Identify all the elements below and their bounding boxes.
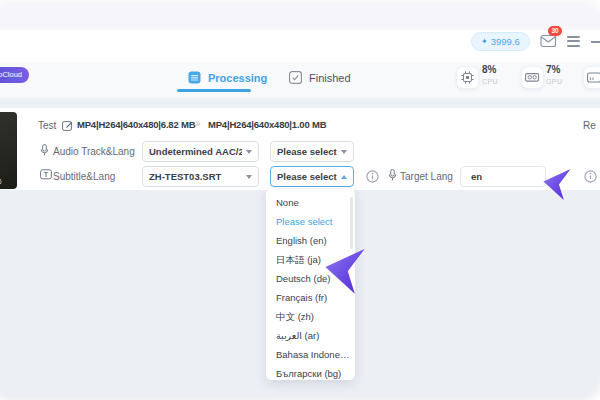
audio-track-value: Undetermined AAC/2 (defa: [149, 146, 242, 157]
memory-tile[interactable]: [583, 66, 600, 89]
target-info-button[interactable]: [584, 170, 597, 183]
tab-finished-label: Finished: [309, 72, 351, 84]
pointer-cursor-icon: [537, 168, 577, 202]
audio-track-label: Audio Track&Lang: [53, 146, 135, 157]
menu-icon: [567, 36, 580, 38]
credits-value: 3999.6: [491, 36, 520, 47]
subtitle-file-select[interactable]: ZH-TEST03.SRT: [142, 166, 259, 187]
sparkle-icon: ✦: [481, 37, 488, 46]
subtitle-lang-value: Please select: [277, 171, 337, 182]
main-card: ✦ 3999.6 30 oCloud Processing: [0, 3, 600, 395]
info-icon: [584, 170, 597, 183]
subtitle-label: Subtitle&Lang: [53, 171, 115, 182]
target-mic-icon: [388, 169, 397, 181]
dropdown-option[interactable]: Български (bg): [266, 364, 355, 383]
cpu-label: CPU: [482, 78, 498, 85]
tab-processing-label: Processing: [208, 72, 267, 84]
cpu-tile[interactable]: [456, 66, 479, 89]
mic-icon: [40, 144, 49, 156]
active-tab-underline: [177, 89, 251, 92]
source-file-info: MP4|H264|640x480|6.82 MB: [77, 119, 195, 130]
audio-track-select[interactable]: Undetermined AAC/2 (defa: [142, 141, 259, 162]
tab-finished[interactable]: Finished: [289, 71, 351, 84]
remove-link-partial[interactable]: Re: [583, 120, 596, 131]
pointer-cursor-icon: [324, 246, 366, 298]
caret-up-icon: [341, 175, 347, 179]
dropdown-option[interactable]: Bahasa Indone…: [266, 345, 355, 364]
app-window: ✦ 3999.6 30 oCloud Processing: [0, 0, 600, 400]
subtitle-info-button[interactable]: [366, 170, 379, 183]
dropdown-option[interactable]: Please select: [266, 212, 355, 231]
thumbnail-duration: 5: [0, 178, 2, 185]
subtitle-icon: T: [40, 169, 52, 180]
gpu-label: GPU: [546, 78, 562, 85]
dropdown-option[interactable]: 中文 (zh): [266, 307, 355, 326]
minimize-icon[interactable]: [591, 41, 600, 43]
cpu-chip-icon: [461, 71, 474, 84]
target-lang-label: Target Lang: [400, 171, 453, 182]
edit-icon: [62, 120, 73, 131]
memory-card-icon: [587, 72, 600, 83]
target-lang-input[interactable]: [460, 166, 546, 187]
cpu-stat: 8% CPU: [482, 65, 498, 85]
subtitle-file-value: ZH-TEST03.SRT: [149, 171, 242, 182]
caret-down-icon: [246, 150, 252, 154]
separator-band: [0, 98, 600, 108]
audio-lang-select[interactable]: Please select: [270, 141, 354, 162]
transfer-arrow: »: [195, 118, 201, 129]
credits-badge[interactable]: ✦ 3999.6: [471, 32, 530, 51]
caret-down-icon: [246, 175, 252, 179]
dropdown-option[interactable]: العربية (ar): [266, 326, 355, 345]
info-icon: [366, 170, 379, 183]
subtitle-lang-select[interactable]: Please select: [270, 166, 354, 187]
video-thumbnail[interactable]: 5: [0, 112, 17, 189]
dropdown-scrollbar[interactable]: [350, 197, 353, 249]
audio-lang-value: Please select: [277, 146, 337, 157]
gpu-value: 7%: [546, 65, 562, 75]
window-titlebar: [0, 3, 600, 30]
caret-down-icon: [341, 150, 347, 154]
notification-badge: 30: [548, 26, 562, 36]
brand-pill[interactable]: oCloud: [0, 67, 29, 83]
svg-text:T: T: [44, 171, 49, 178]
cpu-value: 8%: [482, 65, 498, 75]
gpu-stat: 7% GPU: [546, 65, 562, 85]
mail-icon: [540, 34, 557, 48]
gpu-card-icon: [525, 72, 540, 83]
dropdown-option[interactable]: None: [266, 193, 355, 212]
rename-button[interactable]: [62, 120, 73, 131]
menu-button[interactable]: [567, 36, 580, 47]
tab-processing[interactable]: Processing: [188, 71, 267, 84]
output-file-info: MP4|H264|640x480|1.00 MB: [208, 119, 326, 130]
processing-icon: [188, 71, 201, 84]
gpu-tile[interactable]: [521, 66, 544, 89]
mail-button[interactable]: 30: [540, 34, 557, 49]
task-name: Test: [38, 120, 56, 131]
finished-icon: [289, 71, 302, 84]
